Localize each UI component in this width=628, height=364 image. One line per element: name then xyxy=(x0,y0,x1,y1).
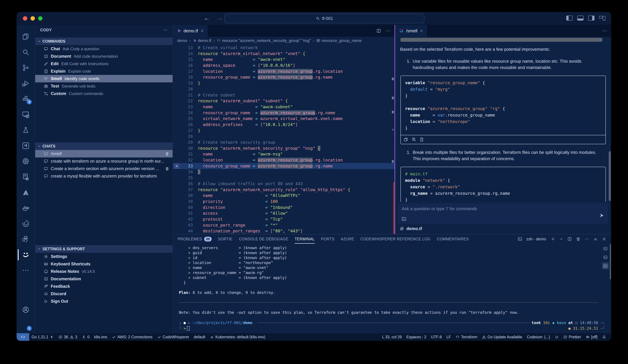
insert-at-cursor-icon[interactable] xyxy=(411,137,416,142)
send-message-icon[interactable] xyxy=(599,213,604,218)
status-notifications[interactable] xyxy=(600,335,608,339)
editor-more-actions-icon[interactable] xyxy=(386,28,391,33)
status-k8s-context[interactable]: k8s-ims xyxy=(92,335,110,339)
zoom-window-button[interactable] xyxy=(38,16,42,21)
split-terminal-icon[interactable] xyxy=(567,237,572,241)
delete-chat-icon[interactable] xyxy=(165,152,169,156)
vertical-scrollbar[interactable] xyxy=(609,151,611,201)
panel-tab-azure[interactable]: AZURE xyxy=(341,234,354,244)
code-line[interactable]: 17 location = azurerm_resource_group.rg.… xyxy=(173,68,394,74)
code-line[interactable]: +33 resource_group_name = azurerm_resour… xyxy=(173,163,394,169)
sidebar-item-smell[interactable]: /smell xyxy=(35,150,173,157)
activity-item-python[interactable] xyxy=(18,231,34,247)
section-header-settings[interactable]: SETTINGS & SUPPORT xyxy=(35,245,173,253)
sidebar-item-create-a-mysql-flexible-with-azurerm-provider-for-terraform[interactable]: create a mysql flexible with azurerm pro… xyxy=(35,172,173,180)
activity-item-terraform[interactable] xyxy=(18,138,34,153)
code-line[interactable]: 22resource "azurerm_subnet" "subnet" { xyxy=(173,98,394,104)
close-window-button[interactable] xyxy=(23,16,27,21)
breadcrumb-item[interactable]: resource_group_name xyxy=(316,38,362,43)
panel-tab-console-de-d-bogage[interactable]: CONSOLE DE DÉBOGAGE xyxy=(239,234,288,244)
code-block-content[interactable]: # main.tfmodule "network" { source = "./… xyxy=(401,167,605,202)
sidebar-item-sign-out[interactable]: Sign Out xyxy=(35,298,173,305)
activity-item-testing[interactable] xyxy=(18,122,34,138)
code-line[interactable]: 27} xyxy=(173,128,394,134)
status-go-update[interactable]: Go Update Available xyxy=(480,335,524,339)
activity-item-explorer[interactable] xyxy=(18,29,34,44)
code-line[interactable]: 38 name = "AllowHTTPs" xyxy=(173,193,394,199)
terminal-output[interactable]: + dns_servers = (known after apply) + gu… xyxy=(173,244,611,333)
status-ports[interactable]: 0 xyxy=(79,335,92,339)
chat-input[interactable]: Ask a question or type '/' for commands xyxy=(398,203,608,224)
section-header-commands[interactable]: COMMANDS xyxy=(35,37,173,45)
code-line[interactable]: 28 xyxy=(173,133,394,139)
code-line[interactable]: 36# Allow inbound traffic on port 80 and… xyxy=(173,181,394,187)
status-go-version[interactable]: Go 1.21.1 xyxy=(29,335,56,339)
code-line[interactable]: 26 address_prefixes = ["10.0.1.0/24"] xyxy=(173,122,394,128)
activity-item-azure[interactable] xyxy=(18,185,34,200)
code-line[interactable]: 31 name = "awcm-nsg" xyxy=(173,151,394,157)
panel-tab-probl-mes[interactable]: PROBLÈMES39 xyxy=(178,234,212,244)
section-header-chats[interactable]: CHATS xyxy=(35,142,173,150)
activity-item-docker[interactable] xyxy=(18,200,34,216)
activity-item-kubernetes[interactable] xyxy=(18,153,34,169)
sidebar-item-release-notes[interactable]: Release Notesv0.14.5 xyxy=(35,268,173,275)
minimize-window-button[interactable] xyxy=(31,16,35,21)
customize-layout-icon[interactable] xyxy=(599,16,605,21)
code-line[interactable]: 18 resource_group_name = azurerm_resourc… xyxy=(173,74,394,80)
sidebar-item-smell[interactable]: SmellIdentify code smells xyxy=(35,75,173,82)
status-language-mode[interactable]: Terraform xyxy=(453,335,480,339)
toggle-sidebar-icon[interactable] xyxy=(566,16,573,21)
terminal-shell-label[interactable]: zsh - demo xyxy=(526,237,546,241)
status-kubernetes-context[interactable]: Kubernetes: default (k8s-ims) xyxy=(208,335,268,339)
breadcrumb-item[interactable]: resource "azurerm_network_security_group… xyxy=(217,38,311,43)
sidebar-item-test[interactable]: TestGenerate unit tests xyxy=(35,82,173,90)
activity-item-code-runner[interactable] xyxy=(18,169,34,185)
code-line[interactable]: 42 protocol = "Tcp" xyxy=(173,216,394,222)
status-cursor-position[interactable]: L 33, col 29 xyxy=(380,335,404,339)
cody-add-icon[interactable]: + xyxy=(174,164,179,169)
command-center-search[interactable]: tf-001 xyxy=(224,14,424,23)
terminal-more-icon[interactable] xyxy=(585,237,589,241)
tab-demo-tf[interactable]: demo.tf xyxy=(173,25,208,37)
status-cody-status[interactable] xyxy=(552,335,561,339)
toggle-panel-icon[interactable] xyxy=(577,16,584,21)
sidebar-item-edit[interactable]: EditEdit Code with Instructions xyxy=(35,60,173,67)
panel-tab-commentaires[interactable]: COMMENTAIRES xyxy=(437,234,469,244)
code-line[interactable]: 30resource "azurerm_network_security_gro… xyxy=(173,145,394,151)
terminal-scrollbar[interactable] xyxy=(610,244,611,279)
maximize-panel-icon[interactable] xyxy=(593,237,598,241)
back-button[interactable]: ← xyxy=(204,15,210,22)
sidebar-item-create-a-terraform-section-with-azurerm-provider-version[interactable]: Create a terraform section with azurerm … xyxy=(35,165,173,172)
code-line[interactable]: 37resource "azurerm_network_security_rul… xyxy=(173,187,394,193)
code-line[interactable]: 44 destination_port_ranges = ["80", "443… xyxy=(173,228,394,234)
status-screencast[interactable]: [off] xyxy=(583,335,600,339)
code-line[interactable]: 34} xyxy=(173,169,394,175)
breadcrumb-item[interactable]: demo xyxy=(177,38,187,43)
panel-tab-terminal[interactable]: TERMINAL xyxy=(295,234,314,244)
toggle-secondary-sidebar-icon[interactable] xyxy=(588,16,594,21)
code-line[interactable]: 20 xyxy=(173,86,394,92)
save-to-file-icon[interactable] xyxy=(419,137,424,142)
terminal-instance-icon[interactable] xyxy=(602,245,609,252)
sidebar-item-documentation[interactable]: Documentation xyxy=(35,275,173,283)
sidebar-item-chat[interactable]: ChatAsk Cody a question xyxy=(35,45,173,53)
sidebar-item-document[interactable]: DocumentAdd code documentation xyxy=(35,53,173,60)
status-codeium[interactable]: Codeium: {...} xyxy=(525,335,552,339)
activity-item-run-debug[interactable] xyxy=(18,76,34,91)
terminal-instance-icon[interactable] xyxy=(602,263,609,269)
code-line[interactable]: 41 access = "Allow" xyxy=(173,210,394,216)
terminal-prompt[interactable]: ┌ ● ► ~/dev/projects/tf-001/demo took 10… xyxy=(179,320,605,326)
sidebar-item-custom[interactable]: CustomCustom commands xyxy=(35,90,173,97)
overview-scrollbar[interactable] xyxy=(393,182,394,234)
sidebar-item-discord[interactable]: Discord xyxy=(35,290,173,298)
sidebar-item-feedback[interactable]: Feedback xyxy=(35,283,173,290)
code-line[interactable]: 23 name = "awcm-subnet" xyxy=(173,104,394,110)
copy-code-icon[interactable] xyxy=(403,137,408,142)
code-line[interactable]: 43 source_port_range = "*" xyxy=(173,222,394,228)
code-line[interactable]: 13# Create virtual network xyxy=(173,45,394,51)
remote-indicator[interactable] xyxy=(17,333,29,341)
activity-item-cody[interactable] xyxy=(18,247,34,263)
activity-item-source-control[interactable] xyxy=(18,60,34,76)
code-line[interactable]: 21# Create subnet xyxy=(173,92,394,98)
status-codewhisperer-status[interactable]: CodeWhisperer xyxy=(155,335,192,339)
